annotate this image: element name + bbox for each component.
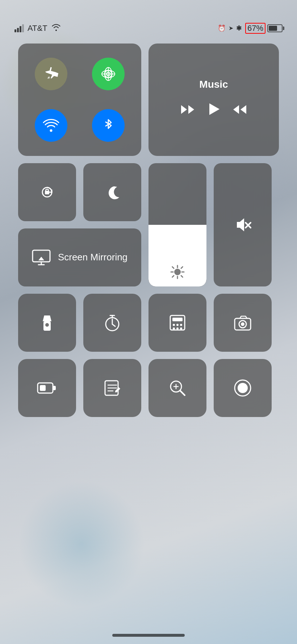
battery-icon xyxy=(267,24,283,32)
battery-widget-button[interactable] xyxy=(18,359,76,417)
notes-icon xyxy=(103,379,122,397)
svg-point-34 xyxy=(180,327,182,330)
screen-mirroring-label: Screen Mirroring xyxy=(58,251,127,264)
app-row-1 xyxy=(18,294,279,352)
signal-bar-1 xyxy=(14,29,16,32)
svg-point-23 xyxy=(45,323,49,327)
brightness-icon xyxy=(170,265,185,279)
svg-rect-39 xyxy=(53,386,56,390)
wifi-icon xyxy=(42,117,60,134)
svg-line-17 xyxy=(181,276,183,277)
control-center: Music xyxy=(18,44,279,424)
bluetooth-icon xyxy=(100,117,117,134)
timer-button[interactable] xyxy=(83,294,141,352)
bluetooth-button[interactable] xyxy=(92,109,125,142)
top-two-buttons xyxy=(18,163,141,221)
flashlight-icon xyxy=(38,313,57,332)
screen-mirroring-button[interactable]: Screen Mirroring xyxy=(18,228,141,286)
status-bar: AT&T ⏰ ➤ ✱ 67% xyxy=(0,0,297,40)
battery-fill xyxy=(269,26,277,31)
svg-line-18 xyxy=(181,267,183,268)
svg-point-32 xyxy=(173,327,175,330)
signal-bar-3 xyxy=(20,26,21,32)
wifi-button[interactable] xyxy=(35,109,67,142)
signal-bars xyxy=(14,24,24,32)
camera-button[interactable] xyxy=(214,294,272,352)
cellular-signal-icon xyxy=(100,65,117,83)
app-row-2 xyxy=(18,359,279,417)
svg-point-29 xyxy=(173,324,175,326)
svg-point-30 xyxy=(176,324,179,326)
volume-button[interactable] xyxy=(214,163,272,286)
calculator-icon xyxy=(168,313,187,332)
moon-icon xyxy=(103,183,122,202)
magnifier-button[interactable] xyxy=(148,359,206,417)
magnifier-icon xyxy=(168,379,187,397)
svg-point-11 xyxy=(174,269,181,275)
screen-record-button[interactable] xyxy=(214,359,272,417)
svg-line-19 xyxy=(172,276,174,277)
mute-icon xyxy=(233,215,253,235)
calculator-button[interactable] xyxy=(148,294,206,352)
music-controls xyxy=(180,101,248,121)
screen-mirroring-icon xyxy=(32,249,51,265)
top-row: Music xyxy=(18,44,279,156)
music-forward-button[interactable] xyxy=(232,103,248,119)
airplane-icon xyxy=(42,65,60,83)
timer-icon xyxy=(103,313,122,332)
svg-point-31 xyxy=(180,324,182,326)
cellular-button[interactable] xyxy=(92,58,125,90)
music-title: Music xyxy=(199,79,228,90)
notes-button[interactable] xyxy=(83,359,141,417)
status-icons: ⏰ ➤ ✱ xyxy=(218,24,242,32)
airplane-mode-button[interactable] xyxy=(35,58,67,90)
svg-line-16 xyxy=(172,267,174,268)
svg-rect-28 xyxy=(172,318,183,321)
home-indicator[interactable] xyxy=(112,634,185,637)
svg-rect-40 xyxy=(40,385,46,391)
middle-section: Screen Mirroring xyxy=(18,163,279,286)
battery-percent: 67% xyxy=(245,23,265,34)
battery-widget-icon xyxy=(37,381,57,395)
music-play-button[interactable] xyxy=(206,101,222,121)
rotation-lock-button[interactable] xyxy=(18,163,76,221)
status-left: AT&T xyxy=(14,23,61,33)
svg-point-37 xyxy=(241,322,244,326)
rotation-lock-icon xyxy=(37,182,57,202)
signal-bar-2 xyxy=(17,28,19,32)
do-not-disturb-button[interactable] xyxy=(83,163,141,221)
wifi-status-icon xyxy=(51,23,61,33)
flashlight-button[interactable] xyxy=(18,294,76,352)
battery-container: 67% xyxy=(245,23,283,34)
connectivity-panel[interactable] xyxy=(18,44,141,156)
alarm-icon: ⏰ xyxy=(218,24,226,32)
svg-point-50 xyxy=(238,383,248,393)
brightness-fill xyxy=(148,225,206,286)
music-panel[interactable]: Music xyxy=(148,44,279,156)
svg-line-46 xyxy=(180,391,185,395)
location-icon: ➤ xyxy=(229,25,233,32)
svg-point-33 xyxy=(176,327,179,330)
music-rewind-button[interactable] xyxy=(180,103,196,119)
brightness-slider[interactable] xyxy=(148,163,206,286)
camera-icon xyxy=(233,313,252,332)
signal-bar-4 xyxy=(22,24,24,32)
screen-record-icon xyxy=(233,379,252,397)
svg-rect-9 xyxy=(46,189,49,191)
carrier-name: AT&T xyxy=(28,24,47,33)
left-controls-stack: Screen Mirroring xyxy=(18,163,141,286)
status-right: ⏰ ➤ ✱ 67% xyxy=(218,23,283,34)
bluetooth-icon: ✱ xyxy=(236,24,242,32)
svg-point-6 xyxy=(50,129,53,132)
